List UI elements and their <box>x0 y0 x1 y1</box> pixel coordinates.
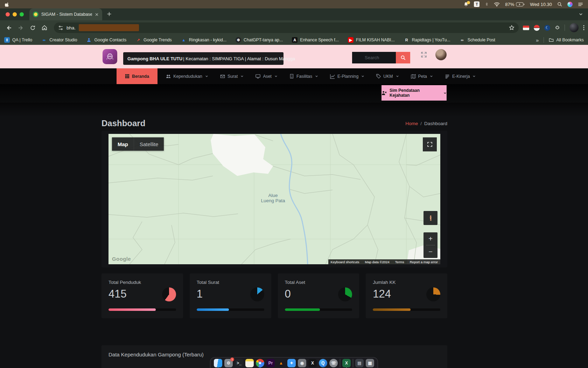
tab-close-icon[interactable] <box>95 13 99 16</box>
gampong-info-bar: Gampong BHA ULE TUTU | Kecamatan : SIMPA… <box>123 52 284 65</box>
dock-item[interactable] <box>214 359 222 367</box>
map-type-satellite-button[interactable]: Satellite <box>134 137 164 151</box>
dock-item[interactable]: X <box>342 359 351 367</box>
nav-item-icon <box>220 74 225 79</box>
dock-item[interactable]: ◉ <box>298 359 306 367</box>
back-button[interactable] <box>4 22 14 33</box>
bookmark-item[interactable]: ↗ Google Trends <box>135 37 172 43</box>
bookmark-item[interactable]: ∞ Creator Studio <box>41 37 77 43</box>
stat-progress-fill <box>197 308 229 311</box>
url-redacted-block <box>79 24 139 31</box>
breadcrumb-home-link[interactable]: Home <box>405 121 418 126</box>
stat-label: Jumlah KK <box>373 280 440 285</box>
nav-item[interactable]: UKM <box>373 68 402 84</box>
user-avatar[interactable] <box>435 49 447 60</box>
bookmark-label: QA | Trello <box>12 38 32 42</box>
reload-button[interactable] <box>27 22 38 33</box>
dock-item[interactable]: ▦ <box>366 359 374 367</box>
new-tab-button[interactable] <box>106 11 112 17</box>
spotlight-icon[interactable] <box>557 2 562 7</box>
tab-search-chevron-icon[interactable] <box>579 12 583 16</box>
profile-avatar[interactable] <box>569 23 579 32</box>
nav-item[interactable]: E-Planning <box>327 68 368 84</box>
minimize-window-button[interactable] <box>13 12 17 16</box>
darkmode-extension-icon[interactable]: ☾ <box>544 25 550 31</box>
dock-item[interactable]: ✦ <box>287 359 296 367</box>
nav-item-label: E-Kinerja <box>452 74 470 79</box>
extensions-puzzle-icon[interactable] <box>555 25 560 30</box>
teams-status-icon[interactable]: T <box>474 1 479 7</box>
url-text: bha. <box>66 25 76 30</box>
apple-menu-icon[interactable] <box>5 2 9 7</box>
pokeball-extension-icon[interactable] <box>534 25 540 31</box>
nav-item[interactable]: Peta <box>407 68 436 84</box>
zoom-out-button[interactable]: − <box>424 245 438 258</box>
all-bookmarks-button[interactable]: All Bookmarks <box>549 38 584 42</box>
control-center-icon[interactable] <box>578 2 583 7</box>
fullscreen-expand-icon[interactable] <box>421 52 427 58</box>
dock-item[interactable] <box>245 359 254 367</box>
search-button[interactable] <box>396 52 410 63</box>
stat-progress-track <box>197 308 264 311</box>
dock-item[interactable]: Pr <box>266 359 275 367</box>
notification-bell-icon[interactable] <box>463 2 469 7</box>
address-bar[interactable]: bha. <box>54 22 519 33</box>
nav-item[interactable]: Beranda <box>117 68 158 84</box>
bookmark-item[interactable]: ▲ Ringkasan - kykid... <box>181 37 226 43</box>
bookmark-item[interactable]: Google Contacts <box>86 37 126 43</box>
map-type-map-button[interactable]: Map <box>112 137 134 151</box>
nav-item[interactable]: Aset <box>252 68 281 84</box>
wifi-icon[interactable] <box>494 2 500 7</box>
street-view-pegman-button[interactable] <box>424 211 438 225</box>
bluetooth-icon[interactable] <box>485 2 489 7</box>
dock-item[interactable]: ☏ <box>329 359 338 367</box>
nav-list: Beranda Kependudukan Surat <box>117 68 479 84</box>
dock-item[interactable] <box>340 359 340 367</box>
dock-item[interactable] <box>353 359 353 367</box>
bookmark-star-icon[interactable] <box>509 25 514 30</box>
bookmark-item[interactable]: ▶ FILM KISAH NABI... <box>348 37 395 43</box>
chrome-menu-icon[interactable] <box>583 25 584 30</box>
dock-item[interactable]: ⚙ 1 <box>224 359 233 367</box>
nav-item[interactable]: Surat <box>217 68 247 84</box>
keyboard-shortcuts-link[interactable]: Keyboard shortcuts <box>331 260 359 264</box>
crime-data-button[interactable]: Sim Pendataan Kejahatan <box>382 85 447 101</box>
stat-label: Total Surat <box>197 280 264 285</box>
dock-item[interactable]: ▤ <box>355 359 364 367</box>
dock-item[interactable] <box>256 359 264 367</box>
home-button[interactable] <box>39 22 50 33</box>
zoom-window-button[interactable] <box>20 12 24 16</box>
bookmark-item[interactable]: ‖ QA | Trello <box>4 37 32 43</box>
site-logo[interactable] <box>103 49 117 64</box>
bookmark-item[interactable]: ∞ Schedule Post <box>460 37 495 43</box>
google-map[interactable]: Alue Lueng Pata Map Satellite + − Google… <box>108 134 440 264</box>
zoom-in-button[interactable]: + <box>424 232 438 245</box>
map-fullscreen-button[interactable] <box>423 137 437 151</box>
battery-indicator[interactable]: 87% <box>505 2 525 7</box>
bookmark-item[interactable]: ✻ ChatGPT-tanya ap... <box>236 37 283 43</box>
dock-item[interactable]: ▲ <box>277 359 285 367</box>
bookmarks-overflow-chevron[interactable]: » <box>536 37 539 43</box>
dock-item[interactable]: Q <box>319 359 327 367</box>
bookmark-item[interactable]: A Enhance Speech f... <box>292 37 339 43</box>
dock-item[interactable]: X <box>308 359 317 367</box>
forward-button[interactable] <box>15 22 26 33</box>
site-nav: Beranda Kependudukan Surat <box>0 68 588 84</box>
nav-item-icon <box>166 74 171 79</box>
terms-link[interactable]: Terms <box>395 260 404 264</box>
nav-item-icon <box>376 74 381 79</box>
search-input[interactable] <box>352 52 396 63</box>
nav-item[interactable]: Kependudukan <box>162 68 212 84</box>
site-settings-icon[interactable] <box>58 25 63 30</box>
indonesia-flag-extension-icon[interactable] <box>523 26 529 30</box>
dock-item[interactable]: >_ <box>235 359 243 367</box>
chrome-tabstrip: SIGAM - Sistem Database Ga <box>0 8 588 20</box>
nav-item[interactable]: E-Kinerja <box>441 68 479 84</box>
siri-icon[interactable] <box>567 2 573 7</box>
bookmark-item[interactable]: R Rapidtags | YouTu... <box>404 37 450 43</box>
close-window-button[interactable] <box>6 12 10 16</box>
nav-item[interactable]: Fasilitas <box>286 68 322 84</box>
report-map-error-link[interactable]: Report a map error <box>410 260 438 264</box>
browser-tab[interactable]: SIGAM - Sistem Database Ga <box>29 8 102 20</box>
menubar-clock[interactable]: Wed 10.30 <box>530 2 552 7</box>
